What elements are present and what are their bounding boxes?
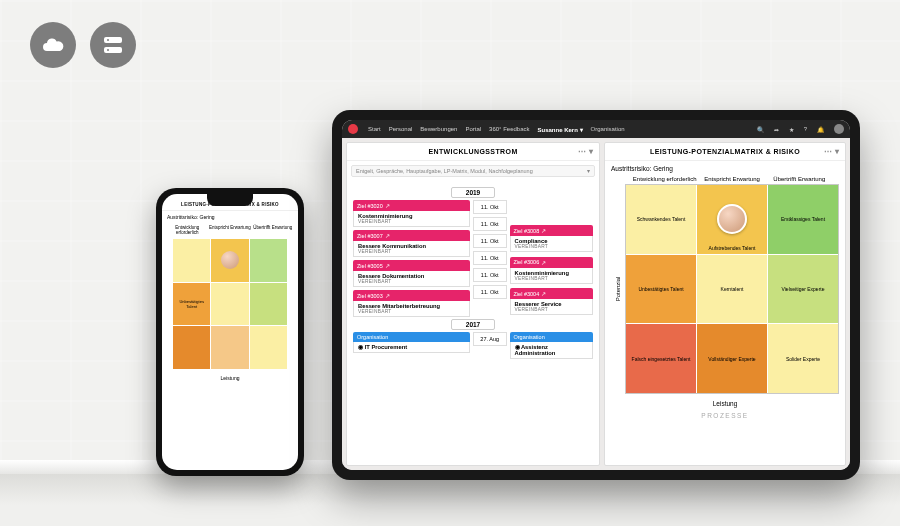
app-logo-icon	[348, 124, 358, 134]
shelf-shadow	[0, 474, 900, 526]
external-link-icon: ↗	[385, 292, 390, 299]
nav-item[interactable]: 360° Feedback	[489, 126, 529, 133]
matrix-side-label: Potenzial	[611, 184, 625, 394]
phone-col-header: Übertrifft Erwartung	[251, 225, 294, 235]
development-stream-panel: ENTWICKLUNGSSTROM ⋯ ▾ Entgelt, Gespräche…	[346, 142, 600, 466]
deployment-icons	[30, 22, 136, 68]
stream-content: 2019 Ziel #3020↗ KostenminimierungVEREIN…	[347, 181, 599, 465]
nav-item[interactable]: Personal	[389, 126, 413, 133]
phone-screen: LEISTUNG-POTENZIALMATRIX & RISIKO Austri…	[162, 194, 298, 470]
matrix-cell[interactable]: Unbestätigtes Talent	[626, 255, 696, 324]
org-card[interactable]: Organisation ◉ Assistenz Administration	[510, 332, 594, 359]
year-badge: 2019	[451, 187, 495, 198]
external-link-icon: ↗	[541, 259, 546, 266]
phone-matrix-footer: Leistung	[162, 371, 298, 385]
share-icon[interactable]: ➦	[774, 126, 779, 133]
org-card[interactable]: Organisation ◉ IT Procurement	[353, 332, 470, 359]
goal-card[interactable]: Ziel #3020↗ KostenminimierungVEREINBART	[353, 200, 470, 227]
external-link-icon: ↗	[385, 262, 390, 269]
matrix-footer: Leistung	[605, 397, 845, 410]
matrix-cell[interactable]: Kerntalent	[697, 255, 767, 324]
phone-matrix-grid: Unbestätigtes Talent	[173, 239, 287, 369]
date-badge: 11. Okt	[473, 268, 507, 282]
search-icon[interactable]: 🔍	[757, 126, 764, 133]
tablet-screen: Start Personal Bewerbungen Portal 360° F…	[342, 120, 850, 470]
app-topbar: Start Personal Bewerbungen Portal 360° F…	[342, 120, 850, 138]
goal-card[interactable]: Ziel #3004↗ Besserer ServiceVEREINBART	[510, 288, 594, 317]
panel-menu-icon[interactable]: ⋯ ▾	[578, 147, 593, 156]
server-icon[interactable]	[90, 22, 136, 68]
svg-point-3	[107, 49, 109, 51]
svg-rect-0	[104, 37, 122, 43]
notifications-icon[interactable]: 🔔	[817, 126, 824, 133]
nav-user-dropdown[interactable]: Susanne Kern	[538, 126, 583, 133]
date-badge: 27. Aug	[473, 332, 507, 346]
svg-rect-1	[104, 47, 122, 53]
nav-item[interactable]: Start	[368, 126, 381, 133]
matrix-cell[interactable]: Erstklassiges Talent	[768, 185, 838, 254]
cloud-icon[interactable]	[30, 22, 76, 68]
stream-filter-dropdown[interactable]: Entgelt, Gespräche, Hauptaufgabe, LP-Mat…	[351, 165, 595, 177]
matrix-grid: Schwankendes Talent Aufstrebendes Talent…	[625, 184, 839, 394]
help-icon[interactable]: ?	[804, 126, 807, 132]
main-nav: Start Personal Bewerbungen Portal 360° F…	[368, 126, 625, 133]
matrix-col-headers: Entwicklung erforderlich Entspricht Erwa…	[605, 176, 845, 184]
goal-card[interactable]: Ziel #3006↗ KostenminimierungVEREINBART	[510, 257, 594, 286]
avatar	[717, 204, 747, 234]
phone-notch	[207, 194, 253, 206]
matrix-cell[interactable]: Vollständiger Experte	[697, 324, 767, 393]
tablet-body: ENTWICKLUNGSSTROM ⋯ ▾ Entgelt, Gespräche…	[342, 138, 850, 470]
matrix-cell[interactable]: Vielseitiger Experte	[768, 255, 838, 324]
matrix-cell[interactable]: Solider Experte	[768, 324, 838, 393]
risk-label: Austrittsrisiko: Gering	[605, 161, 845, 176]
nav-item[interactable]: Organisation	[591, 126, 625, 133]
processes-section-label: PROZESSE	[605, 410, 845, 419]
user-avatar-icon[interactable]	[834, 124, 844, 134]
matrix-cell[interactable]: Aufstrebendes Talent	[697, 185, 767, 254]
date-badge: 11. Okt	[473, 200, 507, 214]
goal-card[interactable]: Ziel #3007↗ Bessere KommunikationVEREINB…	[353, 230, 470, 257]
date-badge: 11. Okt	[473, 285, 507, 299]
matrix-cell[interactable]: Schwankendes Talent	[626, 185, 696, 254]
avatar	[221, 251, 239, 269]
left-panel-title: ENTWICKLUNGSSTROM ⋯ ▾	[347, 143, 599, 161]
nav-item[interactable]: Portal	[465, 126, 481, 133]
bookmark-icon[interactable]: ★	[789, 126, 794, 133]
external-link-icon: ↗	[541, 290, 546, 297]
date-badge: 11. Okt	[473, 234, 507, 248]
svg-point-2	[107, 39, 109, 41]
tablet-mockup: Start Personal Bewerbungen Portal 360° F…	[332, 110, 860, 480]
nav-item[interactable]: Bewerbungen	[420, 126, 457, 133]
phone-col-header: Entwicklung erforderlich	[166, 225, 209, 235]
panel-menu-icon[interactable]: ⋯ ▾	[824, 147, 839, 156]
external-link-icon: ↗	[541, 227, 546, 234]
year-badge: 2017	[451, 319, 495, 330]
external-link-icon: ↗	[385, 232, 390, 239]
right-panel-title: LEISTUNG-POTENZIALMATRIX & RISIKO ⋯ ▾	[605, 143, 845, 161]
goal-card[interactable]: Ziel #3003↗ Bessere Mitarbeiterbetreuung…	[353, 290, 470, 317]
phone-mockup: LEISTUNG-POTENZIALMATRIX & RISIKO Austri…	[156, 188, 304, 476]
date-badge: 11. Okt	[473, 251, 507, 265]
phone-risk-label: Austrittsrisiko: Gering	[162, 211, 298, 223]
external-link-icon: ↗	[385, 202, 390, 209]
chevron-down-icon: ▾	[587, 168, 590, 174]
goal-card[interactable]: Ziel #3005↗ Bessere DokumentationVEREINB…	[353, 260, 470, 287]
goal-card[interactable]: Ziel #3008↗ ComplianceVEREINBART	[510, 225, 594, 254]
phone-col-header: Entspricht Erwartung	[209, 225, 252, 235]
phone-matrix-headers: Entwicklung erforderlich Entspricht Erwa…	[162, 223, 298, 237]
date-badge: 11. Okt	[473, 217, 507, 231]
potential-matrix-panel: LEISTUNG-POTENZIALMATRIX & RISIKO ⋯ ▾ Au…	[604, 142, 846, 466]
matrix-cell[interactable]: Falsch eingesetztes Talent	[626, 324, 696, 393]
